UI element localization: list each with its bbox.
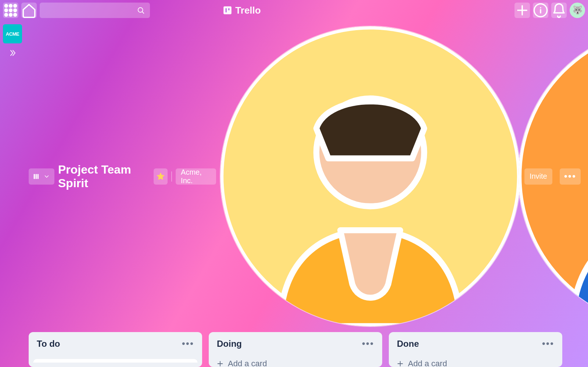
board-view-switcher[interactable] xyxy=(29,168,54,185)
list-doing: Doing ••• 4 July 15 xyxy=(209,332,382,367)
add-card-button[interactable]: Add a card xyxy=(213,354,378,367)
app-logo: Trello xyxy=(153,5,331,16)
team-logo[interactable]: ACME xyxy=(3,24,22,43)
search-input[interactable] xyxy=(40,3,150,18)
notifications-button[interactable] xyxy=(551,3,567,18)
list-title[interactable]: To do xyxy=(37,339,60,349)
card[interactable]: 3 xyxy=(33,359,198,363)
info-button[interactable] xyxy=(533,3,548,18)
list-title[interactable]: Done xyxy=(397,339,419,349)
team-rail: ACME xyxy=(0,21,25,367)
user-avatar[interactable]: 🐺 xyxy=(570,3,585,18)
divider xyxy=(171,171,172,182)
chevron-down-icon xyxy=(43,173,50,180)
star-board-button[interactable] xyxy=(154,168,168,185)
rail-expand-button[interactable] xyxy=(8,49,17,59)
trello-icon xyxy=(223,6,232,15)
list-menu-button[interactable]: ••• xyxy=(542,338,554,349)
invite-button[interactable]: Invite xyxy=(524,168,552,185)
home-button[interactable] xyxy=(21,3,37,18)
team-name-button[interactable]: Acme, Inc. xyxy=(176,168,216,185)
apps-button[interactable] xyxy=(3,3,18,18)
plus-icon xyxy=(396,360,404,367)
board-icon xyxy=(33,173,40,180)
plus-icon xyxy=(216,360,224,367)
board-title[interactable]: Project Team Spirit xyxy=(58,163,150,190)
list-menu-button[interactable]: ••• xyxy=(182,338,194,349)
list-done: Done ••• 2 2/2 Jun 16 xyxy=(389,332,562,367)
board-header: Project Team Spirit Acme, Inc. +12 Invit… xyxy=(25,24,584,332)
add-card-button[interactable]: Add a card xyxy=(393,354,558,367)
board-menu-button[interactable]: ••• xyxy=(560,168,581,185)
board-members[interactable]: +12 xyxy=(220,26,521,327)
star-icon xyxy=(157,172,165,181)
lists-container: To do ••• xyxy=(25,332,584,367)
list-todo: To do ••• xyxy=(29,332,202,367)
list-menu-button[interactable]: ••• xyxy=(362,338,374,349)
list-title[interactable]: Doing xyxy=(217,339,242,349)
member-avatar[interactable] xyxy=(220,26,521,327)
topbar: Trello 🐺 xyxy=(0,0,588,21)
create-button[interactable] xyxy=(514,3,530,18)
search-icon xyxy=(137,6,145,14)
